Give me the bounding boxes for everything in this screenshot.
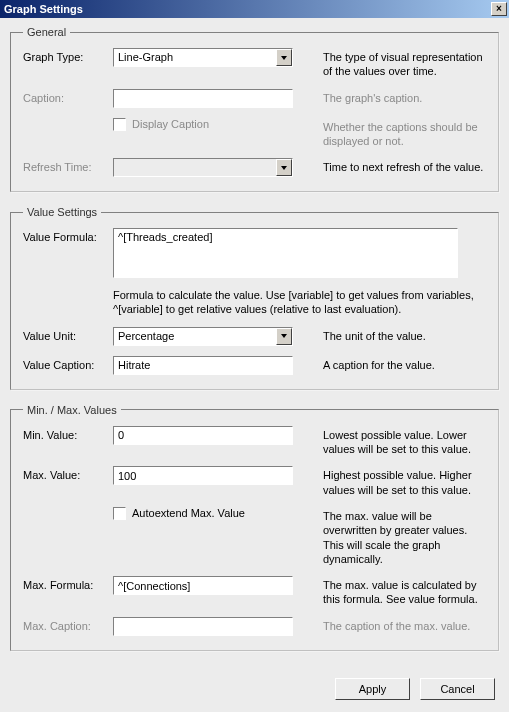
refresh-time-select[interactable] bbox=[113, 158, 293, 177]
value-unit-value: Percentage bbox=[114, 328, 276, 345]
refresh-time-value bbox=[114, 159, 276, 176]
display-caption-checkbox[interactable] bbox=[113, 118, 126, 131]
dialog-content: General Graph Type: Line-Graph The type … bbox=[0, 18, 509, 712]
value-settings-group: Value Settings Value Formula: Formula to… bbox=[10, 206, 499, 390]
max-caption-label: Max. Caption: bbox=[23, 617, 113, 632]
window-title: Graph Settings bbox=[4, 3, 83, 15]
value-unit-label: Value Unit: bbox=[23, 327, 113, 342]
graph-type-label: Graph Type: bbox=[23, 48, 113, 63]
minmax-group: Min. / Max. Values Min. Value: Lowest po… bbox=[10, 404, 499, 651]
chevron-down-icon[interactable] bbox=[276, 49, 292, 66]
max-caption-desc: The caption of the max. value. bbox=[293, 617, 486, 633]
refresh-time-label: Refresh Time: bbox=[23, 158, 113, 173]
value-formula-help: Formula to calculate the value. Use [var… bbox=[113, 288, 486, 317]
max-caption-input[interactable] bbox=[113, 617, 293, 636]
min-value-label: Min. Value: bbox=[23, 426, 113, 441]
value-caption-desc: A caption for the value. bbox=[293, 356, 486, 372]
value-settings-legend: Value Settings bbox=[23, 206, 101, 218]
max-formula-desc: The max. value is calculated by this for… bbox=[293, 576, 486, 607]
max-formula-label: Max. Formula: bbox=[23, 576, 113, 591]
caption-input[interactable] bbox=[113, 89, 293, 108]
close-icon[interactable]: × bbox=[491, 2, 507, 16]
min-value-input[interactable] bbox=[113, 426, 293, 445]
max-value-label: Max. Value: bbox=[23, 466, 113, 481]
title-bar: Graph Settings × bbox=[0, 0, 509, 18]
graph-type-value: Line-Graph bbox=[114, 49, 276, 66]
value-caption-label: Value Caption: bbox=[23, 356, 113, 371]
value-unit-desc: The unit of the value. bbox=[293, 327, 486, 343]
max-formula-input[interactable] bbox=[113, 576, 293, 595]
chevron-down-icon[interactable] bbox=[276, 159, 292, 176]
caption-label: Caption: bbox=[23, 89, 113, 104]
autoextend-label: Autoextend Max. Value bbox=[132, 507, 245, 519]
value-caption-input[interactable] bbox=[113, 356, 293, 375]
general-legend: General bbox=[23, 26, 70, 38]
graph-type-select[interactable]: Line-Graph bbox=[113, 48, 293, 67]
chevron-down-icon[interactable] bbox=[276, 328, 292, 345]
apply-button[interactable]: Apply bbox=[335, 678, 410, 700]
min-value-desc: Lowest possible value. Lower values will… bbox=[293, 426, 486, 457]
value-formula-input[interactable] bbox=[113, 228, 458, 278]
minmax-legend: Min. / Max. Values bbox=[23, 404, 121, 416]
max-value-input[interactable] bbox=[113, 466, 293, 485]
max-value-desc: Highest possible value. Higher values wi… bbox=[293, 466, 486, 497]
autoextend-desc: The max. value will be overwritten by gr… bbox=[293, 507, 486, 566]
caption-desc: The graph's caption. bbox=[293, 89, 486, 105]
general-group: General Graph Type: Line-Graph The type … bbox=[10, 26, 499, 192]
display-caption-label: Display Caption bbox=[132, 118, 209, 130]
cancel-button[interactable]: Cancel bbox=[420, 678, 495, 700]
display-caption-desc: Whether the captions should be displayed… bbox=[293, 118, 486, 149]
autoextend-checkbox[interactable] bbox=[113, 507, 126, 520]
refresh-time-desc: Time to next refresh of the value. bbox=[293, 158, 486, 174]
value-unit-select[interactable]: Percentage bbox=[113, 327, 293, 346]
graph-type-desc: The type of visual representation of the… bbox=[293, 48, 486, 79]
value-formula-label: Value Formula: bbox=[23, 228, 113, 243]
button-bar: Apply Cancel bbox=[335, 678, 495, 700]
